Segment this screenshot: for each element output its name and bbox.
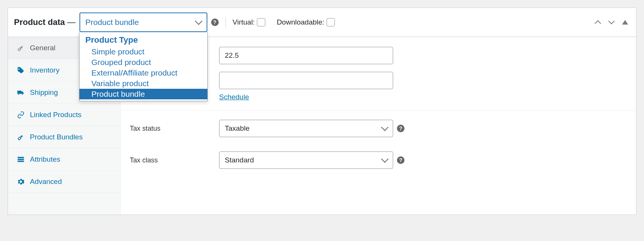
downloadable-label: Downloadable: xyxy=(277,18,324,26)
sidebar-item-label: Inventory xyxy=(30,66,59,74)
tax-status-value: Taxable xyxy=(225,124,250,133)
tax-status-row: Tax status Taxable ? xyxy=(121,116,636,141)
downloadable-checkbox[interactable] xyxy=(327,18,335,26)
tax-class-value: Standard xyxy=(225,156,254,164)
virtual-label: Virtual: xyxy=(233,18,255,26)
dropdown-item-grouped[interactable]: Grouped product xyxy=(79,57,207,68)
regular-price-input[interactable] xyxy=(219,47,393,64)
panel-title: Product data — xyxy=(14,17,76,27)
virtual-checkbox-wrap[interactable]: Virtual: xyxy=(233,18,266,26)
product-type-selected-label: Product bundle xyxy=(86,18,139,27)
product-data-panel: Product data — Product bundle Product Ty… xyxy=(8,8,636,215)
chevron-down-icon xyxy=(381,124,389,131)
sidebar-item-attributes[interactable]: Attributes xyxy=(8,148,120,171)
truck-icon xyxy=(17,89,25,96)
chevron-down-icon xyxy=(381,155,389,163)
virtual-checkbox[interactable] xyxy=(257,18,265,26)
tag-icon xyxy=(17,66,25,74)
product-type-dropdown: Product Type Simple product Grouped prod… xyxy=(79,32,208,101)
section-divider xyxy=(121,110,636,111)
svg-rect-1 xyxy=(18,159,24,160)
tax-class-label: Tax class xyxy=(130,156,215,164)
wrench-icon xyxy=(17,133,25,141)
svg-rect-2 xyxy=(18,161,24,162)
sidebar-item-label: Product Bundles xyxy=(30,133,82,141)
gear-icon xyxy=(17,178,25,185)
sidebar-item-label: Advanced xyxy=(30,178,62,186)
sidebar-item-label: Attributes xyxy=(30,155,60,164)
chevron-down-icon xyxy=(195,17,202,25)
tax-class-row: Tax class Standard ? xyxy=(121,148,636,173)
tax-status-label: Tax status xyxy=(130,125,215,133)
link-icon xyxy=(17,111,25,119)
schedule-link[interactable]: Schedule xyxy=(219,93,249,101)
product-type-select-box[interactable]: Product bundle xyxy=(79,12,207,32)
product-type-select[interactable]: Product bundle Product Type Simple produ… xyxy=(79,12,207,32)
dropdown-item-external[interactable]: External/Affiliate product xyxy=(79,68,207,78)
sidebar-item-advanced[interactable]: Advanced xyxy=(8,171,120,193)
tax-status-select[interactable]: Taxable xyxy=(219,120,393,137)
sidebar-item-bundles[interactable]: Product Bundles xyxy=(8,126,120,148)
sidebar-item-label: Shipping xyxy=(30,88,58,97)
title-dash: — xyxy=(67,17,76,27)
header-divider xyxy=(226,17,226,28)
help-icon[interactable]: ? xyxy=(397,156,404,164)
sidebar-item-label: Linked Products xyxy=(30,111,81,119)
sidebar-item-linked[interactable]: Linked Products xyxy=(8,104,120,126)
move-up-button[interactable] xyxy=(593,17,603,27)
toggle-panel-button[interactable] xyxy=(620,17,630,27)
dropdown-item-variable[interactable]: Variable product xyxy=(79,78,207,89)
tax-class-select[interactable]: Standard xyxy=(219,151,393,169)
sidebar-item-label: General xyxy=(30,44,56,52)
panel-header: Product data — Product bundle Product Ty… xyxy=(8,8,636,37)
panel-title-text: Product data xyxy=(14,17,65,27)
triangle-up-icon xyxy=(622,20,628,25)
dropdown-item-simple[interactable]: Simple product xyxy=(79,46,207,57)
dropdown-item-bundle[interactable]: Product bundle xyxy=(79,89,207,99)
move-down-button[interactable] xyxy=(607,17,616,27)
list-icon xyxy=(17,156,25,163)
svg-rect-0 xyxy=(18,157,24,158)
help-icon[interactable]: ? xyxy=(211,19,219,26)
help-icon[interactable]: ? xyxy=(397,125,404,132)
wrench-icon xyxy=(17,44,25,52)
downloadable-checkbox-wrap[interactable]: Downloadable: xyxy=(277,18,335,26)
sale-price-input[interactable] xyxy=(219,72,393,89)
dropdown-group-label: Product Type xyxy=(79,34,207,46)
